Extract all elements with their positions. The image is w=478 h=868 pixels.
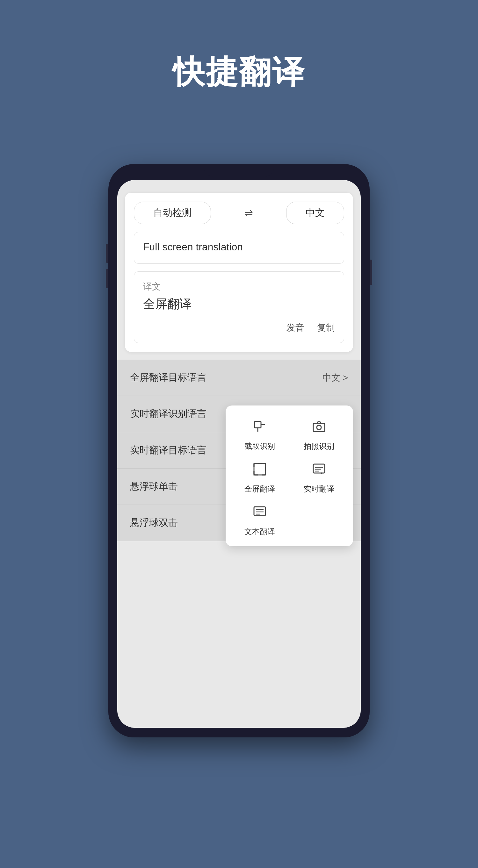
translation-panel: 自动检测 ⇌ 中文 Full screen translation 译文 全屏翻…	[125, 193, 353, 352]
settings-label-float-single: 悬浮球单击	[130, 480, 178, 493]
popup-item-fullscreen[interactable]: 全屏翻译	[233, 458, 286, 494]
settings-label-fullscreen-target: 全屏翻译目标语言	[130, 371, 207, 384]
result-actions: 发音 复制	[143, 322, 335, 334]
settings-label-realtime-target: 实时翻译目标语言	[130, 444, 207, 457]
settings-area: 全屏翻译目标语言 中文 > 实时翻译识别语言 实时翻译目标语言	[117, 360, 361, 541]
svg-rect-5	[254, 463, 265, 475]
popup-label-crop: 截取识别	[244, 441, 275, 452]
crop-icon	[248, 415, 271, 438]
source-language-button[interactable]: 自动检测	[134, 202, 211, 224]
copy-button[interactable]: 复制	[317, 322, 335, 334]
popup-container: 实时翻译识别语言 实时翻译目标语言	[117, 396, 361, 469]
popup-item-text[interactable]: 文本翻译	[233, 500, 286, 537]
text-icon	[248, 500, 271, 523]
popup-item-realtime[interactable]: 实时翻译	[293, 458, 346, 494]
settings-row-fullscreen-target[interactable]: 全屏翻译目标语言 中文 >	[117, 360, 361, 396]
phone-mockup: 自动检测 ⇌ 中文 Full screen translation 译文 全屏翻…	[108, 164, 370, 737]
result-label: 译文	[143, 281, 335, 293]
phone-screen: 自动检测 ⇌ 中文 Full screen translation 译文 全屏翻…	[117, 180, 361, 728]
settings-label-realtime-source: 实时翻译识别语言	[130, 407, 207, 421]
language-selector-row: 自动检测 ⇌ 中文	[134, 202, 344, 224]
settings-value-fullscreen-target: 中文 >	[323, 372, 348, 384]
popup-label-text: 文本翻译	[244, 527, 275, 537]
svg-rect-0	[255, 422, 261, 428]
fullscreen-icon	[248, 458, 271, 480]
translation-input[interactable]: Full screen translation	[134, 232, 344, 264]
settings-label-float-double: 悬浮球双击	[130, 516, 178, 529]
quick-action-popup: 截取识别 拍照识别	[226, 405, 353, 546]
page-title: 快捷翻译	[173, 51, 305, 94]
camera-icon	[307, 415, 330, 438]
svg-rect-3	[313, 423, 325, 432]
swap-languages-icon[interactable]: ⇌	[239, 207, 258, 219]
realtime-icon	[307, 458, 330, 480]
side-button-left-bottom	[106, 269, 108, 288]
popup-label-camera: 拍照识别	[304, 441, 334, 452]
popup-label-fullscreen: 全屏翻译	[244, 484, 275, 494]
svg-point-4	[317, 425, 321, 430]
popup-item-crop[interactable]: 截取识别	[233, 415, 286, 452]
pronounce-button[interactable]: 发音	[287, 322, 304, 334]
side-button-left-top	[106, 244, 108, 263]
popup-item-camera[interactable]: 拍照识别	[293, 415, 346, 452]
target-language-button[interactable]: 中文	[286, 202, 344, 224]
translation-result-area: 译文 全屏翻译 发音 复制	[134, 271, 344, 343]
svg-rect-6	[313, 464, 325, 473]
result-text: 全屏翻译	[143, 296, 335, 312]
popup-label-realtime: 实时翻译	[304, 484, 334, 494]
phone-frame: 自动检测 ⇌ 中文 Full screen translation 译文 全屏翻…	[108, 164, 370, 737]
